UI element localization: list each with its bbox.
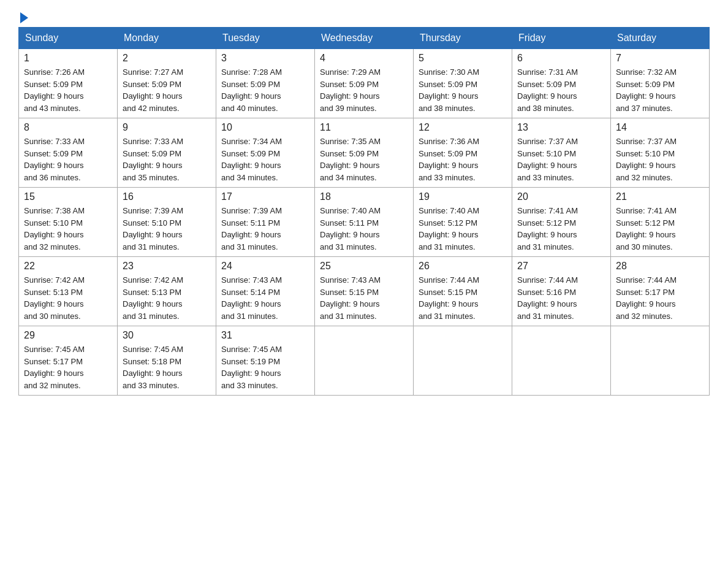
day-number: 14: [616, 122, 704, 133]
day-info: Sunrise: 7:36 AMSunset: 5:09 PMDaylight:…: [419, 136, 507, 183]
day-info: Sunrise: 7:44 AMSunset: 5:16 PMDaylight:…: [517, 274, 605, 322]
day-number: 29: [24, 330, 112, 341]
calendar-cell: 21 Sunrise: 7:41 AMSunset: 5:12 PMDaylig…: [611, 188, 710, 257]
day-info: Sunrise: 7:37 AMSunset: 5:10 PMDaylight:…: [517, 136, 605, 183]
header-wednesday: Wednesday: [315, 28, 414, 49]
calendar-cell: 5 Sunrise: 7:30 AMSunset: 5:09 PMDayligh…: [414, 49, 512, 118]
week-row-2: 8 Sunrise: 7:33 AMSunset: 5:09 PMDayligh…: [19, 118, 710, 188]
calendar-cell: [414, 326, 512, 396]
calendar-cell: 16 Sunrise: 7:39 AMSunset: 5:10 PMDaylig…: [118, 188, 216, 257]
day-number: 12: [419, 122, 507, 133]
week-row-3: 15 Sunrise: 7:38 AMSunset: 5:10 PMDaylig…: [19, 188, 710, 257]
calendar-cell: 10 Sunrise: 7:34 AMSunset: 5:09 PMDaylig…: [216, 118, 315, 188]
day-number: 23: [123, 261, 211, 272]
week-row-4: 22 Sunrise: 7:42 AMSunset: 5:13 PMDaylig…: [19, 257, 710, 326]
day-info: Sunrise: 7:26 AMSunset: 5:09 PMDaylight:…: [24, 66, 112, 114]
day-info: Sunrise: 7:42 AMSunset: 5:13 PMDaylight:…: [24, 274, 112, 322]
calendar-cell: 26 Sunrise: 7:44 AMSunset: 5:15 PMDaylig…: [414, 257, 512, 326]
calendar-cell: 23 Sunrise: 7:42 AMSunset: 5:13 PMDaylig…: [118, 257, 216, 326]
header-monday: Monday: [118, 28, 216, 49]
calendar-cell: 25 Sunrise: 7:43 AMSunset: 5:15 PMDaylig…: [315, 257, 414, 326]
day-number: 4: [320, 53, 408, 64]
calendar-cell: 29 Sunrise: 7:45 AMSunset: 5:17 PMDaylig…: [19, 326, 118, 396]
day-info: Sunrise: 7:30 AMSunset: 5:09 PMDaylight:…: [419, 66, 507, 114]
day-number: 5: [419, 53, 507, 64]
calendar-cell: 9 Sunrise: 7:33 AMSunset: 5:09 PMDayligh…: [118, 118, 216, 188]
logo-arrow-icon: [20, 12, 28, 23]
logo: [18, 12, 28, 21]
week-row-5: 29 Sunrise: 7:45 AMSunset: 5:17 PMDaylig…: [19, 326, 710, 396]
day-number: 26: [419, 261, 507, 272]
calendar-cell: 11 Sunrise: 7:35 AMSunset: 5:09 PMDaylig…: [315, 118, 414, 188]
day-number: 28: [616, 261, 704, 272]
calendar-cell: 15 Sunrise: 7:38 AMSunset: 5:10 PMDaylig…: [19, 188, 118, 257]
calendar-cell: 27 Sunrise: 7:44 AMSunset: 5:16 PMDaylig…: [512, 257, 611, 326]
day-info: Sunrise: 7:29 AMSunset: 5:09 PMDaylight:…: [320, 66, 408, 114]
calendar-cell: 31 Sunrise: 7:45 AMSunset: 5:19 PMDaylig…: [216, 326, 315, 396]
day-number: 17: [221, 191, 309, 202]
calendar-cell: 17 Sunrise: 7:39 AMSunset: 5:11 PMDaylig…: [216, 188, 315, 257]
header-thursday: Thursday: [414, 28, 512, 49]
calendar-cell: 19 Sunrise: 7:40 AMSunset: 5:12 PMDaylig…: [414, 188, 512, 257]
day-number: 6: [517, 53, 605, 64]
calendar-cell: 12 Sunrise: 7:36 AMSunset: 5:09 PMDaylig…: [414, 118, 512, 188]
day-number: 20: [517, 191, 605, 202]
day-number: 31: [221, 330, 309, 341]
day-info: Sunrise: 7:27 AMSunset: 5:09 PMDaylight:…: [123, 66, 211, 114]
day-number: 11: [320, 122, 408, 133]
calendar-cell: 13 Sunrise: 7:37 AMSunset: 5:10 PMDaylig…: [512, 118, 611, 188]
day-number: 22: [24, 261, 112, 272]
day-info: Sunrise: 7:41 AMSunset: 5:12 PMDaylight:…: [517, 205, 605, 253]
day-number: 8: [24, 122, 112, 133]
calendar-cell: 18 Sunrise: 7:40 AMSunset: 5:11 PMDaylig…: [315, 188, 414, 257]
header-friday: Friday: [512, 28, 611, 49]
calendar-cell: [611, 326, 710, 396]
day-info: Sunrise: 7:35 AMSunset: 5:09 PMDaylight:…: [320, 136, 408, 183]
day-number: 18: [320, 191, 408, 202]
calendar-cell: 8 Sunrise: 7:33 AMSunset: 5:09 PMDayligh…: [19, 118, 118, 188]
day-info: Sunrise: 7:44 AMSunset: 5:17 PMDaylight:…: [616, 274, 704, 322]
day-number: 21: [616, 191, 704, 202]
header-tuesday: Tuesday: [216, 28, 315, 49]
day-info: Sunrise: 7:42 AMSunset: 5:13 PMDaylight:…: [123, 274, 211, 322]
day-number: 2: [123, 53, 211, 64]
calendar-cell: 1 Sunrise: 7:26 AMSunset: 5:09 PMDayligh…: [19, 49, 118, 118]
calendar-cell: 22 Sunrise: 7:42 AMSunset: 5:13 PMDaylig…: [19, 257, 118, 326]
calendar-cell: 4 Sunrise: 7:29 AMSunset: 5:09 PMDayligh…: [315, 49, 414, 118]
day-number: 30: [123, 330, 211, 341]
day-info: Sunrise: 7:32 AMSunset: 5:09 PMDaylight:…: [616, 66, 704, 114]
calendar-cell: 20 Sunrise: 7:41 AMSunset: 5:12 PMDaylig…: [512, 188, 611, 257]
calendar-cell: [512, 326, 611, 396]
day-number: 24: [221, 261, 309, 272]
day-info: Sunrise: 7:43 AMSunset: 5:15 PMDaylight:…: [320, 274, 408, 322]
calendar-cell: 24 Sunrise: 7:43 AMSunset: 5:14 PMDaylig…: [216, 257, 315, 326]
calendar-cell: 7 Sunrise: 7:32 AMSunset: 5:09 PMDayligh…: [611, 49, 710, 118]
calendar-table: SundayMondayTuesdayWednesdayThursdayFrid…: [18, 27, 710, 396]
page-header: [18, 12, 710, 21]
day-number: 25: [320, 261, 408, 272]
day-number: 1: [24, 53, 112, 64]
calendar-cell: 6 Sunrise: 7:31 AMSunset: 5:09 PMDayligh…: [512, 49, 611, 118]
header-row: SundayMondayTuesdayWednesdayThursdayFrid…: [19, 28, 710, 49]
day-number: 27: [517, 261, 605, 272]
day-info: Sunrise: 7:33 AMSunset: 5:09 PMDaylight:…: [24, 136, 112, 183]
calendar-cell: 28 Sunrise: 7:44 AMSunset: 5:17 PMDaylig…: [611, 257, 710, 326]
day-info: Sunrise: 7:39 AMSunset: 5:11 PMDaylight:…: [221, 205, 309, 253]
day-info: Sunrise: 7:34 AMSunset: 5:09 PMDaylight:…: [221, 136, 309, 183]
day-number: 3: [221, 53, 309, 64]
day-info: Sunrise: 7:45 AMSunset: 5:17 PMDaylight:…: [24, 343, 112, 391]
header-sunday: Sunday: [19, 28, 118, 49]
logo-row1: [18, 12, 28, 23]
calendar-cell: 2 Sunrise: 7:27 AMSunset: 5:09 PMDayligh…: [118, 49, 216, 118]
calendar-cell: 14 Sunrise: 7:37 AMSunset: 5:10 PMDaylig…: [611, 118, 710, 188]
calendar-cell: [315, 326, 414, 396]
header-saturday: Saturday: [611, 28, 710, 49]
day-number: 19: [419, 191, 507, 202]
day-info: Sunrise: 7:28 AMSunset: 5:09 PMDaylight:…: [221, 66, 309, 114]
day-info: Sunrise: 7:40 AMSunset: 5:12 PMDaylight:…: [419, 205, 507, 253]
day-info: Sunrise: 7:44 AMSunset: 5:15 PMDaylight:…: [419, 274, 507, 322]
calendar-cell: 30 Sunrise: 7:45 AMSunset: 5:18 PMDaylig…: [118, 326, 216, 396]
day-number: 13: [517, 122, 605, 133]
day-info: Sunrise: 7:38 AMSunset: 5:10 PMDaylight:…: [24, 205, 112, 253]
day-info: Sunrise: 7:33 AMSunset: 5:09 PMDaylight:…: [123, 136, 211, 183]
